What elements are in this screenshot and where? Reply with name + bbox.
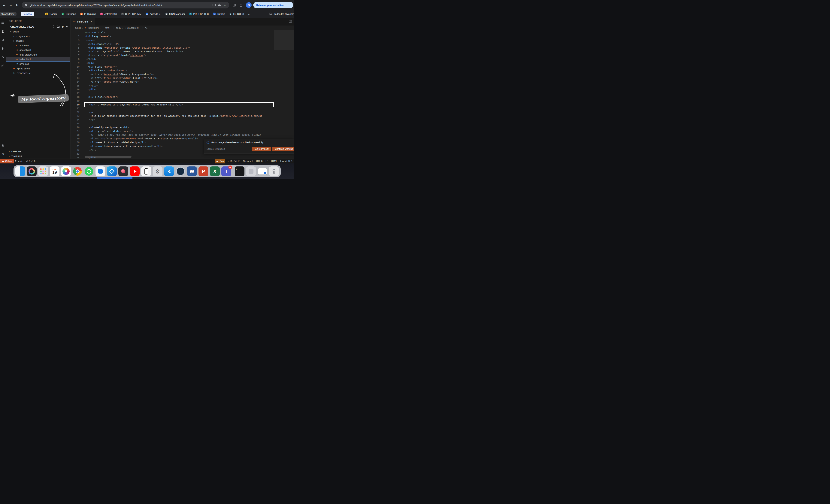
url-bar[interactable]: gitlab.fabcloud.org/-/ide/project/academ… — [22, 2, 229, 8]
menu-icon[interactable] — [0, 19, 6, 27]
code-line[interactable]: <div class="content"> — [85, 95, 294, 99]
dock-terminal[interactable]: ›_ — [235, 166, 245, 176]
code-line[interactable]: !DOCTYPE html> — [85, 31, 294, 34]
tree-item-404-html[interactable]: <>404.html — [6, 43, 70, 48]
code-line[interactable]: <link rel="stylesheet" href="style.css"> — [85, 54, 294, 57]
dock-word[interactable]: W — [187, 166, 197, 176]
encoding-setting[interactable]: UTF-8 — [255, 159, 264, 163]
breadcrumb-item-public[interactable]: public — [75, 27, 81, 29]
outline-panel[interactable]: › OUTLINE — [6, 149, 70, 154]
dock-photo-booth[interactable] — [118, 166, 128, 176]
eol-setting[interactable]: LF — [264, 159, 269, 163]
breadcrumb-item-html[interactable]: <>html — [102, 27, 109, 29]
side-panel-icon[interactable] — [232, 3, 236, 7]
code-line[interactable]: <h2>Weekly assignments</h2> — [85, 126, 294, 129]
dock-calendar[interactable]: ENE19 — [50, 166, 60, 176]
code-line[interactable]: </p> — [85, 118, 294, 122]
bookmark-turnitin[interactable]: tTurnitin — [213, 12, 225, 15]
indentation-setting[interactable]: Spaces: 2 — [242, 159, 255, 163]
code-line[interactable]: <meta name="viewport" content="width=dev… — [85, 46, 294, 50]
gitlab-remote-indicator[interactable]: GitLab — [0, 159, 14, 163]
explorer-more-icon[interactable]: ⋯ — [65, 19, 67, 23]
code-line[interactable]: <body> — [85, 61, 294, 65]
account-icon[interactable] — [0, 141, 6, 150]
tree-root-greayshell-cielo[interactable]: › GREAYSHELL-CIELO ↻ — [6, 24, 70, 29]
dock-vscode[interactable] — [164, 166, 174, 176]
dock-powerpoint[interactable]: P — [198, 166, 208, 176]
code-line[interactable]: <ol style="list-style: none;"> — [85, 129, 294, 133]
continue-working-button[interactable]: Continue working — [273, 147, 294, 151]
dock-camera-lens-app[interactable] — [27, 166, 37, 176]
code-line[interactable]: <a href="about.html">About me</a> — [85, 80, 294, 84]
dock-photos[interactable] — [61, 166, 71, 176]
code-line[interactable] — [85, 99, 294, 103]
problems-indicator[interactable]: ⊘ 0 ⚠ 0 — [25, 159, 37, 163]
dock-iphone-mirroring[interactable] — [141, 166, 151, 176]
code-line[interactable]: This is an example student documentation… — [85, 114, 294, 118]
tab-group-personal[interactable]: Personal — [21, 12, 34, 16]
relaunch-update-button[interactable]: Reiniciar para actualizar — [253, 2, 293, 8]
breadcrumb-item-div-content[interactable]: <>div.content — [124, 27, 138, 29]
tab-index-html[interactable]: <> index.html × — [70, 18, 95, 26]
dock-whatsapp[interactable] — [84, 166, 94, 176]
tab-group-fab-academy[interactable]: Fab Academy — [0, 12, 17, 16]
url-input[interactable]: gitlab.fabcloud.org/-/ide/project/academ… — [30, 4, 210, 6]
code-line[interactable]: <head> — [85, 38, 294, 42]
dock-slicer-3d-app[interactable] — [107, 166, 117, 176]
breadcrumb-item-index-html[interactable]: <>index.html — [84, 27, 99, 29]
bookmark-astroprint[interactable]: AAstroPrint® — [100, 12, 117, 15]
tree-item-gitlab-ci-yml[interactable]: .gitlab-ci.yml — [6, 66, 70, 71]
site-settings-icon[interactable] — [24, 3, 28, 7]
dock-teams[interactable]: T19 — [221, 166, 231, 176]
source-control-icon[interactable] — [0, 44, 6, 53]
timeline-panel[interactable]: › TIMELINE — [6, 154, 70, 159]
dock-chrome[interactable] — [73, 166, 83, 176]
code-line[interactable] — [85, 106, 294, 110]
code-line[interactable]: <h1> :D Welcome to Greayshell Cielo Góme… — [85, 103, 294, 106]
code-line[interactable]: </head> — [85, 57, 294, 61]
dock-finder[interactable] — [15, 166, 25, 176]
tree-item-readme-md[interactable]: ⓘREADME.md — [6, 71, 70, 75]
tree-item-style-css[interactable]: #style.css — [6, 62, 70, 66]
code-line[interactable]: <meta charset="UTF-8"> — [85, 42, 294, 46]
dock-launchpad[interactable] — [38, 166, 48, 176]
dock-excel[interactable]: X — [210, 166, 220, 176]
code-line[interactable]: <a href="index.html">Weekly Assignments<… — [85, 72, 294, 76]
tree-item-images[interactable]: ›images — [6, 38, 70, 43]
all-bookmarks-folder[interactable]: Todos los favoritos — [268, 12, 294, 15]
gitlab-duo-indicator[interactable]: Duo — [215, 159, 225, 163]
bookmark-prueba-tec[interactable]: PPRUEBA TEC — [189, 12, 209, 15]
code-line[interactable]: <!-- This is how you can link to another… — [85, 133, 294, 137]
extensions-puzzle-icon[interactable] — [239, 3, 243, 7]
breadcrumb-item-h1[interactable]: <>h1 — [142, 27, 148, 29]
dock-navy-circle-app[interactable] — [175, 166, 185, 176]
new-folder-icon[interactable] — [57, 25, 60, 28]
refresh-icon[interactable]: ↻ — [62, 26, 64, 28]
cursor-position[interactable]: Ln 20, Col 15 — [225, 159, 242, 163]
bookmark-chat-openai[interactable]: *CHAT OPENAI — [121, 12, 141, 15]
code-line[interactable]: </div> — [85, 84, 294, 88]
back-icon[interactable]: ← — [1, 2, 7, 8]
code-line[interactable] — [85, 122, 294, 126]
new-file-icon[interactable] — [52, 25, 55, 29]
branch-indicator[interactable]: main — [14, 159, 25, 163]
go-to-project-button[interactable]: Go to Project — [252, 147, 271, 151]
code-line[interactable]: html lang="en-us"> — [85, 34, 294, 38]
tree-item-index-html[interactable]: .<>index.html — [6, 57, 70, 62]
collapse-all-icon[interactable] — [66, 25, 68, 29]
install-app-icon[interactable] — [212, 3, 216, 7]
dock-utility-app[interactable] — [246, 166, 256, 176]
translate-icon[interactable] — [218, 3, 221, 7]
apps-grid-icon[interactable] — [38, 12, 41, 15]
bookmark-onshape[interactable]: OOnShape — [62, 12, 76, 15]
explorer-icon[interactable] — [0, 27, 6, 36]
keyboard-layout[interactable]: Layout: U.S. — [279, 159, 294, 163]
search-icon[interactable] — [0, 36, 6, 44]
close-icon[interactable]: × — [91, 20, 93, 23]
horizontal-scrollbar[interactable] — [85, 156, 131, 158]
code-line[interactable]: </div> — [85, 88, 294, 91]
tree-item-assignments[interactable]: ›assignments — [6, 34, 70, 39]
dock-windows-app[interactable] — [95, 166, 105, 176]
tree-item-about-html[interactable]: <>about.html — [6, 48, 70, 52]
dock-trash[interactable] — [269, 166, 279, 176]
